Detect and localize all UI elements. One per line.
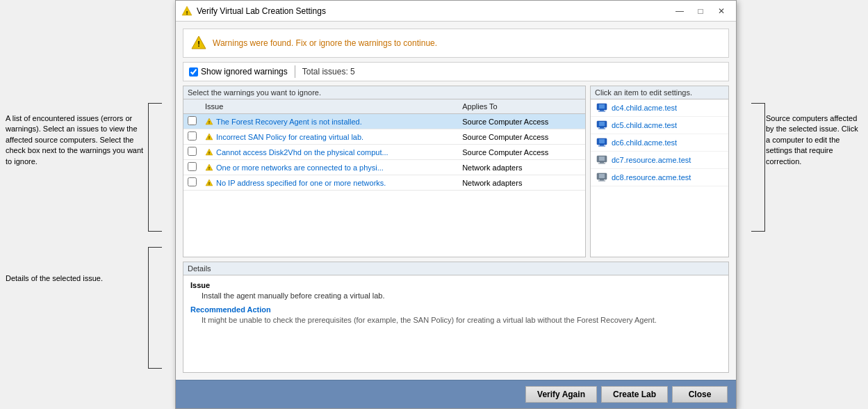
issue-warn-icon: ! bbox=[205, 133, 213, 141]
close-window-button[interactable]: ✕ bbox=[712, 3, 730, 19]
issue-applies-to-3: Source Computer Access bbox=[458, 145, 585, 160]
warning-text: Warnings were found. Fix or ignore the w… bbox=[213, 38, 437, 48]
svg-text:!: ! bbox=[208, 166, 210, 170]
footer: Verify Again Create Lab Close bbox=[176, 380, 736, 408]
svg-rect-29 bbox=[598, 163, 605, 164]
details-recommended-title: Recommended Action bbox=[190, 305, 721, 314]
right-annotation-computers: Source computers affected by the selecte… bbox=[760, 108, 868, 173]
issues-table: Issue Applies To ! bbox=[183, 99, 585, 257]
issue-checkbox-cell bbox=[183, 114, 201, 129]
svg-rect-16 bbox=[600, 110, 604, 111]
table-row[interactable]: ! No IP address specified for one or mor… bbox=[183, 175, 585, 191]
computer-link-2[interactable]: dc5.child.acme.test bbox=[612, 121, 677, 129]
svg-rect-32 bbox=[600, 179, 604, 181]
computer-icon-3 bbox=[596, 137, 607, 148]
table-row[interactable]: ! Incorrect SAN Policy for creating virt… bbox=[183, 129, 585, 145]
table-row[interactable]: ! The Forest Recovery Agent is not insta… bbox=[183, 114, 585, 129]
bracket-left-bottom bbox=[148, 247, 162, 369]
svg-rect-20 bbox=[600, 127, 604, 129]
issue-link-2[interactable]: Incorrect SAN Policy for creating virtua… bbox=[216, 133, 363, 141]
svg-text:!: ! bbox=[208, 182, 210, 186]
issue-cell: ! Cannot access Disk2Vhd on the physical… bbox=[201, 145, 458, 160]
list-item[interactable]: dc5.child.acme.test bbox=[591, 117, 728, 134]
col-issue-header: Issue bbox=[201, 99, 458, 114]
issue-checkbox-3[interactable] bbox=[188, 147, 197, 156]
list-item[interactable]: dc7.resource.acme.test bbox=[591, 152, 728, 169]
bracket-left-top bbox=[148, 103, 162, 232]
issue-cell: ! No IP address specified for one or mor… bbox=[201, 175, 458, 191]
svg-rect-28 bbox=[600, 162, 604, 163]
computers-panel-label: Click an item to edit settings. bbox=[591, 86, 728, 99]
issue-checkbox-cell bbox=[183, 175, 201, 191]
issue-link-5[interactable]: No IP address specified for one or more … bbox=[216, 179, 386, 187]
computer-icon-2 bbox=[596, 120, 607, 131]
title-bar-controls: ― □ ✕ bbox=[671, 3, 730, 19]
computer-link-4[interactable]: dc7.resource.acme.test bbox=[612, 156, 691, 164]
issue-checkbox-4[interactable] bbox=[188, 162, 197, 171]
col-applies-to-header: Applies To bbox=[458, 99, 585, 114]
svg-rect-25 bbox=[598, 146, 605, 147]
issue-checkbox-5[interactable] bbox=[188, 177, 197, 186]
main-split: Select the warnings you want to ignore. … bbox=[183, 86, 729, 257]
svg-text:!: ! bbox=[208, 120, 210, 125]
computers-panel: Click an item to edit settings. dc4.chil… bbox=[590, 86, 729, 257]
col-checkbox-header bbox=[183, 99, 201, 114]
issue-checkbox-cell bbox=[183, 160, 201, 175]
issue-warn-icon: ! bbox=[205, 148, 213, 157]
show-ignored-checkbox-label[interactable]: Show ignored warnings bbox=[189, 67, 288, 77]
issue-link-1[interactable]: The Forest Recovery Agent is not install… bbox=[216, 118, 362, 126]
table-row[interactable]: ! Cannot access Disk2Vhd on the physical… bbox=[183, 145, 585, 160]
table-row[interactable]: ! One or more networks are connected to … bbox=[183, 160, 585, 175]
maximize-button[interactable]: □ bbox=[691, 3, 710, 19]
computer-icon-5 bbox=[596, 172, 607, 183]
create-lab-button[interactable]: Create Lab bbox=[601, 386, 668, 403]
dialog-icon: ! bbox=[181, 6, 193, 17]
issue-checkbox-1[interactable] bbox=[188, 116, 197, 125]
svg-text:!: ! bbox=[186, 9, 188, 15]
title-bar: ! Verify Virtual Lab Creation Settings ―… bbox=[176, 1, 736, 22]
svg-rect-15 bbox=[599, 104, 605, 109]
svg-rect-24 bbox=[600, 145, 604, 146]
issue-warn-icon: ! bbox=[205, 179, 213, 187]
verify-again-button[interactable]: Verify Again bbox=[525, 386, 597, 403]
list-item[interactable]: dc8.resource.acme.test bbox=[591, 169, 728, 186]
issue-link-3[interactable]: Cannot access Disk2Vhd on the physical c… bbox=[216, 148, 388, 157]
computers-list: dc4.child.acme.test dc5.child.acme.test … bbox=[591, 99, 728, 186]
warning-icon-big: ! bbox=[190, 35, 207, 51]
issue-checkbox-cell bbox=[183, 129, 201, 145]
details-issue-body: Install the agent manually before creati… bbox=[190, 291, 721, 300]
details-recommended-body: It might be unable to check the prerequi… bbox=[190, 316, 721, 324]
issue-warn-icon: ! bbox=[205, 163, 213, 172]
toolbar-separator bbox=[295, 65, 295, 78]
svg-text:!: ! bbox=[208, 136, 210, 140]
dialog-window: ! Verify Virtual Lab Creation Settings ―… bbox=[175, 0, 737, 409]
list-item[interactable]: dc6.child.acme.test bbox=[591, 134, 728, 152]
issue-warn-icon: ! bbox=[205, 118, 213, 126]
issue-link-4[interactable]: One or more networks are connected to a … bbox=[216, 163, 384, 172]
minimize-button[interactable]: ― bbox=[671, 3, 689, 19]
details-issue-title: Issue bbox=[190, 281, 721, 289]
toolbar-row: Show ignored warnings Total issues: 5 bbox=[183, 62, 729, 81]
computer-link-5[interactable]: dc8.resource.acme.test bbox=[612, 173, 691, 182]
warning-banner: ! Warnings were found. Fix or ignore the… bbox=[183, 29, 729, 58]
svg-rect-19 bbox=[599, 122, 605, 126]
dialog-title: Verify Virtual Lab Creation Settings bbox=[197, 6, 671, 16]
list-item[interactable]: dc4.child.acme.test bbox=[591, 99, 728, 117]
dialog-content: ! Warnings were found. Fix or ignore the… bbox=[176, 22, 736, 380]
issue-checkbox-2[interactable] bbox=[188, 131, 197, 141]
computer-link-3[interactable]: dc6.child.acme.test bbox=[612, 138, 677, 147]
close-button[interactable]: Close bbox=[672, 386, 728, 403]
issue-applies-to-4: Network adapters bbox=[458, 160, 585, 175]
issue-cell: ! The Forest Recovery Agent is not insta… bbox=[201, 114, 458, 129]
svg-rect-31 bbox=[599, 174, 605, 178]
issues-panel-label: Select the warnings you want to ignore. bbox=[183, 86, 585, 99]
computer-icon-1 bbox=[596, 102, 607, 113]
svg-rect-27 bbox=[599, 157, 605, 161]
computer-link-1[interactable]: dc4.child.acme.test bbox=[612, 104, 677, 112]
issue-applies-to-5: Network adapters bbox=[458, 175, 585, 191]
left-annotation-details: Details of the selected issue. bbox=[0, 268, 153, 289]
details-header: Details bbox=[183, 262, 728, 275]
svg-text:!: ! bbox=[197, 40, 200, 48]
details-panel: Details Issue Install the agent manually… bbox=[183, 262, 729, 373]
show-ignored-checkbox[interactable] bbox=[189, 67, 198, 77]
